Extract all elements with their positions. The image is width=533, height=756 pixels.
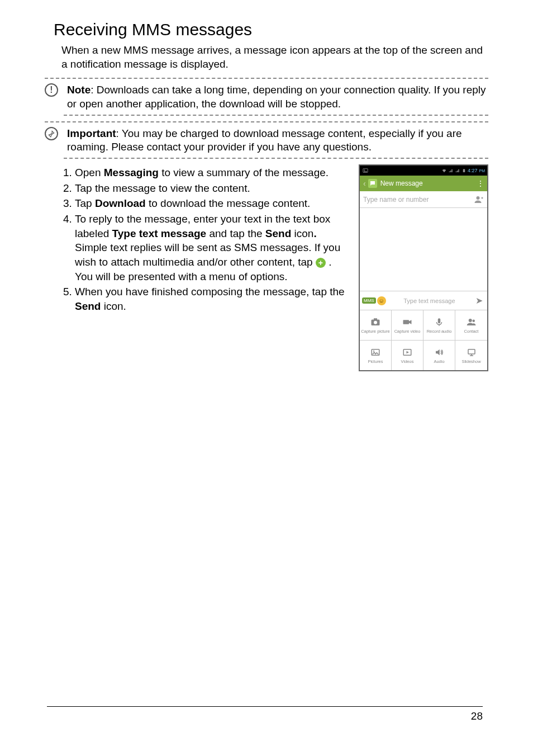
capture-video-label: Capture video — [394, 329, 421, 334]
svg-point-11 — [472, 319, 475, 322]
message-body-area — [360, 208, 487, 291]
contact-label: Contact — [464, 329, 479, 334]
microphone-icon — [434, 317, 445, 327]
plus-icon: + — [316, 258, 326, 268]
step-1-text-a: Open — [75, 167, 104, 178]
videos-label: Videos — [401, 359, 414, 364]
svg-rect-8 — [403, 320, 410, 324]
status-time: 4:27 — [468, 168, 478, 173]
wifi-icon — [441, 168, 447, 173]
svg-point-4 — [477, 196, 480, 200]
step-4-text-b: Type text message — [112, 228, 207, 239]
step-3-text-b: Download — [95, 197, 146, 209]
overflow-menu-icon[interactable]: ⋮ — [477, 179, 484, 188]
send-icon[interactable]: ➤ — [473, 295, 485, 306]
divider — [45, 78, 488, 79]
capture-video-button[interactable]: Capture video — [392, 310, 423, 340]
page-number: 28 — [47, 706, 483, 722]
navbar: ‹ New message ⋮ — [360, 176, 487, 191]
picture-icon — [370, 347, 381, 357]
contact-button[interactable]: Contact — [455, 310, 487, 340]
step-1-text-c: to view a summary of the message. — [159, 167, 329, 178]
important-callout: Important: You may be charged to downloa… — [45, 127, 488, 154]
capture-picture-button[interactable]: Capture picture — [360, 310, 392, 340]
step-4-text-c: and tap the — [206, 228, 265, 239]
add-contact-icon[interactable] — [474, 195, 484, 205]
step-3: Tap Download to download the message con… — [75, 196, 348, 211]
signal-icon — [449, 168, 454, 173]
video-camera-icon — [402, 317, 413, 327]
divider — [45, 121, 488, 122]
video-icon — [402, 347, 413, 357]
step-2: Tap the message to view the content. — [75, 181, 348, 196]
messaging-app-icon — [368, 179, 377, 188]
note-text: : Downloads can take a long time, depend… — [67, 84, 486, 110]
step-5-text-b: Send — [75, 300, 101, 312]
navbar-title: New message — [380, 179, 477, 187]
page: Receiving MMS messages When a new MMS me… — [0, 0, 533, 756]
important-text: : You may be charged to download message… — [67, 127, 462, 153]
svg-rect-3 — [464, 169, 465, 169]
pin-icon — [45, 127, 58, 140]
step-5-text-a: When you have finished composing the mes… — [75, 286, 345, 297]
svg-rect-2 — [463, 169, 465, 172]
recipient-input[interactable]: Type name or number — [363, 196, 474, 204]
pin-icon-svg — [47, 130, 55, 138]
recipient-row: Type name or number — [360, 191, 487, 208]
record-audio-button[interactable]: Record audio — [423, 310, 455, 340]
step-3-text-a: Tap — [75, 197, 95, 209]
instructions-column: Open Messaging to view a summary of the … — [45, 164, 359, 314]
step-4-text-d: Send — [265, 228, 291, 239]
emoji-icon[interactable]: ☺ — [377, 296, 386, 305]
svg-point-13 — [373, 350, 374, 351]
step-1: Open Messaging to view a summary of the … — [75, 166, 348, 180]
step-4-text-f: . — [313, 228, 316, 239]
audio-label: Audio — [434, 359, 444, 364]
note-label: Note — [67, 84, 91, 96]
svg-rect-7 — [374, 318, 377, 320]
capture-picture-label: Capture picture — [361, 329, 389, 334]
message-input-row: MMS ☺ Type text message ➤ — [360, 291, 487, 310]
step-5-text-c: icon. — [101, 300, 126, 312]
audio-icon — [434, 347, 445, 357]
audio-button[interactable]: Audio — [423, 340, 455, 370]
page-title: Receiving MMS messages — [54, 20, 488, 39]
svg-rect-9 — [438, 318, 441, 323]
step-5: When you have finished composing the mes… — [75, 285, 348, 313]
svg-point-1 — [364, 169, 365, 171]
phone-screenshot: 4:27 PM ‹ New message ⋮ Type name or num… — [359, 164, 488, 371]
step-3-text-c: to download the message content. — [146, 197, 311, 209]
important-label: Important — [67, 127, 116, 139]
pictures-button[interactable]: Pictures — [360, 340, 392, 370]
intro-text: When a new MMS message arrives, a messag… — [61, 44, 488, 71]
warning-icon: ! — [45, 83, 58, 97]
status-bar: 4:27 PM — [360, 166, 487, 176]
step-1-text-b: Messaging — [104, 167, 159, 178]
slideshow-button[interactable]: Slideshow — [455, 340, 487, 370]
videos-button[interactable]: Videos — [392, 340, 423, 370]
pictures-label: Pictures — [368, 359, 383, 364]
contact-icon — [466, 317, 477, 327]
note-callout: ! Note: Downloads can take a long time, … — [45, 83, 488, 111]
camera-icon — [370, 317, 381, 327]
signal-icon-2 — [455, 168, 460, 173]
svg-point-10 — [468, 319, 472, 322]
battery-icon — [462, 168, 466, 173]
attachment-grid: Capture picture Capture video Record aud… — [360, 310, 487, 370]
status-pm: PM — [479, 169, 486, 173]
slideshow-icon — [466, 347, 477, 357]
back-icon[interactable]: ‹ — [363, 179, 366, 188]
step-4: To reply to the message, enter your text… — [75, 212, 348, 284]
record-audio-label: Record audio — [427, 329, 452, 334]
mms-badge: MMS — [362, 297, 376, 304]
divider — [64, 158, 488, 159]
slideshow-label: Slideshow — [461, 359, 480, 364]
svg-rect-15 — [468, 349, 475, 353]
important-body: Important: You may be charged to downloa… — [67, 127, 488, 154]
picture-status-icon — [362, 168, 369, 173]
step-4-text-g: Simple text replies will be sent as SMS … — [75, 242, 340, 268]
message-text-input[interactable]: Type text message — [386, 297, 473, 304]
svg-point-6 — [374, 320, 377, 324]
step-4-text-e: icon — [291, 228, 313, 239]
note-body: Note: Downloads can take a long time, de… — [67, 83, 488, 111]
